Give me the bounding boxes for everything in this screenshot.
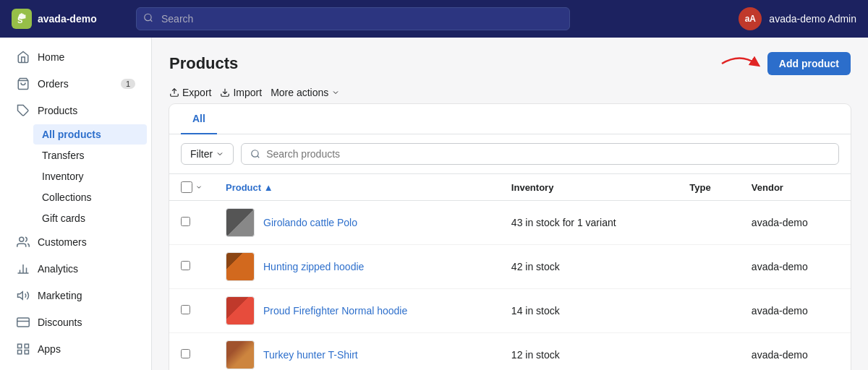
home-icon xyxy=(16,50,30,64)
product-type-cell xyxy=(678,289,740,333)
product-name-link[interactable]: Girolando cattle Polo xyxy=(263,217,357,228)
search-products-input-wrapper[interactable] xyxy=(241,143,839,165)
sidebar-item-customers-label: Customers xyxy=(38,236,87,248)
orders-badge: 1 xyxy=(121,79,135,89)
product-name-cell: Proud Firefighter Normal hoodie xyxy=(214,289,500,333)
svg-point-1 xyxy=(145,14,151,20)
svg-text:S: S xyxy=(17,16,22,25)
filter-bar: Filter xyxy=(169,134,851,174)
row-select-checkbox[interactable] xyxy=(181,217,190,226)
sidebar-item-home-label: Home xyxy=(38,51,64,63)
sidebar-item-inventory[interactable]: Inventory xyxy=(33,166,147,186)
import-button[interactable]: Import xyxy=(220,87,262,98)
filter-button[interactable]: Filter xyxy=(181,143,234,165)
filter-label: Filter xyxy=(190,148,213,160)
export-button[interactable]: Export xyxy=(169,87,211,98)
apps-icon xyxy=(16,342,30,356)
search-input[interactable] xyxy=(136,7,570,30)
discounts-icon xyxy=(16,315,30,330)
user-name: avada-demo Admin xyxy=(769,13,856,25)
top-navigation: S avada-demo aA avada-demo Admin xyxy=(0,0,868,38)
user-area[interactable]: aA avada-demo Admin xyxy=(739,7,856,30)
svg-rect-16 xyxy=(25,350,28,354)
sidebar-item-discounts-label: Discounts xyxy=(38,317,82,328)
product-type-cell xyxy=(678,333,740,371)
svg-rect-11 xyxy=(17,318,30,327)
svg-marker-10 xyxy=(18,292,23,300)
export-label: Export xyxy=(182,87,211,98)
page-header: Products Add product xyxy=(169,52,851,75)
brand-area[interactable]: S avada-demo xyxy=(12,9,127,29)
search-products-icon xyxy=(250,149,260,159)
product-name-link[interactable]: Proud Firefighter Normal hoodie xyxy=(263,305,407,317)
sidebar-item-marketing-label: Marketing xyxy=(38,290,82,301)
sidebar-item-customers[interactable]: Customers xyxy=(4,229,147,255)
svg-rect-14 xyxy=(25,344,28,348)
sidebar-item-apps[interactable]: Apps xyxy=(4,336,147,362)
search-products-input[interactable] xyxy=(266,148,830,160)
import-label: Import xyxy=(233,87,262,98)
col-product[interactable]: Product ▲ xyxy=(214,174,500,201)
svg-line-2 xyxy=(150,20,153,22)
table-row: Girolando cattle Polo 43 in stock for 1 … xyxy=(169,201,851,245)
sidebar-item-transfers[interactable]: Transfers xyxy=(33,145,147,165)
sidebar-item-products[interactable]: Products xyxy=(4,98,147,124)
svg-line-24 xyxy=(258,156,260,158)
more-actions-label: More actions xyxy=(271,87,328,98)
add-product-button[interactable]: Add product xyxy=(767,52,851,75)
tab-all[interactable]: All xyxy=(181,104,217,134)
sidebar-item-marketing[interactable]: Marketing xyxy=(4,283,147,309)
product-type-cell xyxy=(678,245,740,289)
select-all-chevron-icon[interactable] xyxy=(195,184,203,191)
select-all-checkbox[interactable] xyxy=(181,181,192,193)
row-checkbox-cell xyxy=(169,333,214,371)
export-icon xyxy=(169,87,179,98)
sidebar-item-home[interactable]: Home xyxy=(4,44,147,70)
sidebar-item-analytics[interactable]: Analytics xyxy=(4,256,147,282)
product-vendor-cell: avada-demo xyxy=(740,333,851,371)
sidebar-item-collections[interactable]: Collections xyxy=(33,187,147,207)
product-name-link[interactable]: Hunting zipped hoodie xyxy=(263,261,364,272)
col-type: Type xyxy=(678,174,740,201)
sidebar-item-gift-cards[interactable]: Gift cards xyxy=(33,208,147,228)
svg-point-23 xyxy=(252,150,258,157)
product-thumbnail xyxy=(226,208,255,237)
sidebar: Home Orders 1 Products xyxy=(0,38,152,370)
marketing-icon xyxy=(16,288,30,303)
sidebar-item-all-products[interactable]: All products xyxy=(33,124,147,145)
sidebar-item-analytics-label: Analytics xyxy=(38,263,78,275)
action-bar: Export Import More actions xyxy=(169,87,851,98)
shopify-logo-icon: S xyxy=(12,9,32,29)
tabs-bar: All xyxy=(169,104,851,134)
brand-name: avada-demo xyxy=(38,13,97,25)
row-select-checkbox[interactable] xyxy=(181,305,190,314)
table-row: Hunting zipped hoodie 42 in stock avada-… xyxy=(169,245,851,289)
orders-icon xyxy=(16,77,30,91)
product-name-link[interactable]: Turkey hunter T-Shirt xyxy=(263,349,358,361)
product-thumbnail xyxy=(226,340,255,369)
avatar: aA xyxy=(739,7,762,30)
row-select-checkbox[interactable] xyxy=(181,349,190,358)
product-inventory-cell: 43 in stock for 1 variant xyxy=(500,201,678,245)
select-all-header xyxy=(169,174,214,201)
sidebar-item-orders[interactable]: Orders 1 xyxy=(4,71,147,97)
analytics-icon xyxy=(16,262,30,276)
header-actions: Add product xyxy=(718,52,851,75)
product-type-cell xyxy=(678,201,740,245)
row-select-checkbox[interactable] xyxy=(181,261,190,270)
svg-point-5 xyxy=(20,237,24,241)
page-title: Products xyxy=(169,54,238,73)
svg-rect-13 xyxy=(18,344,22,348)
sidebar-item-discounts[interactable]: Discounts xyxy=(4,309,147,335)
sidebar-item-products-label: Products xyxy=(38,105,77,116)
add-product-arrow-indicator xyxy=(718,53,762,74)
chevron-down-icon xyxy=(331,88,340,97)
products-icon xyxy=(16,103,30,118)
products-table: Product ▲ Inventory Type Vendor Giroland… xyxy=(169,174,851,370)
sidebar-item-apps-label: Apps xyxy=(38,343,61,355)
main-content: Products Add product xyxy=(152,38,868,370)
more-actions-button[interactable]: More actions xyxy=(271,87,340,98)
search-bar[interactable] xyxy=(136,7,570,30)
product-inventory-cell: 14 in stock xyxy=(500,289,678,333)
product-name-cell: Girolando cattle Polo xyxy=(214,201,500,245)
